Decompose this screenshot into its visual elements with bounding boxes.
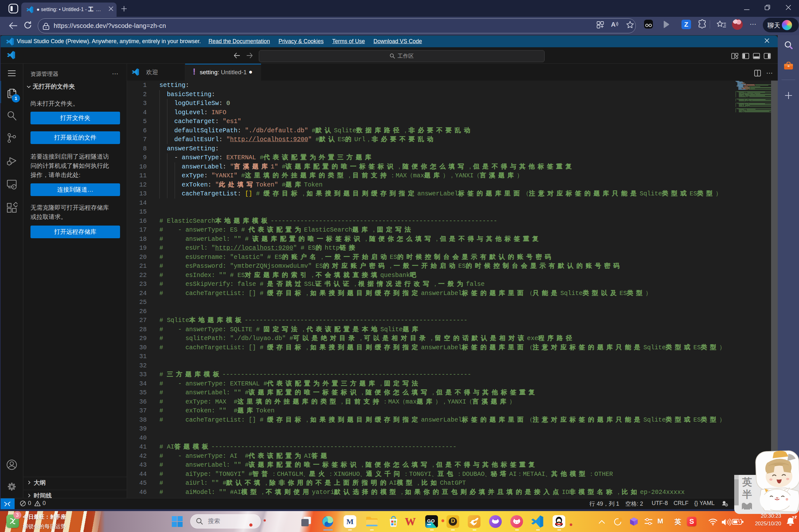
svg-text:英: 英 bbox=[742, 476, 752, 488]
svg-text:半: 半 bbox=[742, 489, 752, 500]
